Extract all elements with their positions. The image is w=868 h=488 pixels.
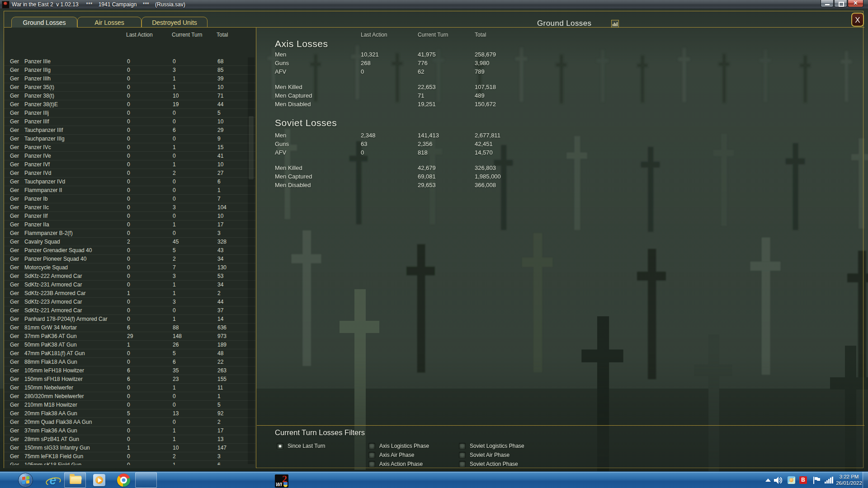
- show-desktop-button[interactable]: [863, 472, 868, 488]
- cell-nat: Ger: [10, 247, 19, 253]
- table-scrollbar[interactable]: [248, 57, 255, 464]
- window-close-button[interactable]: ✕: [848, 0, 863, 7]
- table-row[interactable]: GerTauchpanzer IVd006: [4, 178, 255, 186]
- table-row[interactable]: GerTauchpanzer IIIg009: [4, 135, 255, 143]
- table-row[interactable]: Ger88mm Flak18 AA Gun0622: [4, 358, 255, 366]
- table-row[interactable]: GerPanzer IIIj005: [4, 109, 255, 117]
- table-row[interactable]: GerPanzer IIIh0139: [4, 75, 255, 83]
- table-row[interactable]: GerPanzer IVe0041: [4, 152, 255, 160]
- table-row[interactable]: GerSdKfz-223B Armored Car112: [4, 289, 255, 298]
- summary-cell-ct: 818: [418, 149, 428, 156]
- table-row[interactable]: Ger75mm leFK18 Field Gun023: [4, 452, 255, 461]
- cell-unit: Motorcycle Squad: [24, 264, 68, 271]
- table-row[interactable]: GerPanzer IIIg0385: [4, 66, 255, 75]
- bitdefender-icon[interactable]: B: [799, 476, 807, 484]
- table-row[interactable]: GerPanzer Ib007: [4, 195, 255, 203]
- cell-ct: 148: [173, 333, 182, 339]
- cell-unit: Flammpanzer II: [24, 187, 62, 193]
- table-row[interactable]: GerPanzer 38(t)01071: [4, 92, 255, 100]
- table-row[interactable]: GerPanzer IVc0115: [4, 143, 255, 152]
- table-row[interactable]: Ger28mm sPzB41 AT Gun0113: [4, 435, 255, 444]
- chrome-icon[interactable]: [117, 474, 130, 487]
- media-player-icon[interactable]: [93, 474, 105, 486]
- cell-la: 0: [127, 299, 130, 305]
- table-row[interactable]: GerPanzer 38(t)E01944: [4, 100, 255, 109]
- cell-nat: Ger: [10, 445, 19, 451]
- table-row[interactable]: GerSdKfz-222 Armored Car0353: [4, 272, 255, 281]
- cell-tt: 11: [217, 385, 223, 391]
- cell-tt: 5: [217, 110, 221, 116]
- table-row[interactable]: GerSdKfz-221 Armored Car0037: [4, 306, 255, 315]
- soviet-logistics-phase-checkbox[interactable]: [459, 443, 466, 450]
- table-row[interactable]: Ger20mm Flak38 AA Gun51392: [4, 409, 255, 418]
- table-row[interactable]: Ger210mm M18 Howitzer005: [4, 401, 255, 409]
- restore-icon: [835, 0, 847, 7]
- since-last-turn-checkbox[interactable]: [277, 443, 283, 450]
- table-row[interactable]: GerPanzer IIf0010: [4, 212, 255, 221]
- table-row[interactable]: GerPanzer Pioneer Squad 400234: [4, 255, 255, 263]
- internet-explorer-icon[interactable]: e: [45, 474, 61, 487]
- soviet-air-phase-checkbox[interactable]: [459, 452, 466, 459]
- table-row[interactable]: GerPanzer IIc03104: [4, 203, 255, 212]
- minimize-button[interactable]: [821, 0, 834, 7]
- table-row[interactable]: Ger20mm Quad Flak38 AA Gun002: [4, 418, 255, 427]
- scrollbar-thumb[interactable]: [249, 116, 254, 179]
- table-row[interactable]: GerPanzer IIIf0010: [4, 117, 255, 126]
- cell-tt: 43: [217, 247, 223, 253]
- table-row[interactable]: GerPanzer Grenadier Squad 400543: [4, 246, 255, 255]
- table-row[interactable]: GerFlammpanzer B-2(f)003: [4, 229, 255, 238]
- table-row[interactable]: Ger280/320mm Nebelwerfer001: [4, 392, 255, 401]
- table-row[interactable]: GerCavalry Squad245328: [4, 238, 255, 246]
- taskbar-clock[interactable]: 3:22 PM 26/01/2022: [833, 474, 865, 486]
- table-row[interactable]: Ger105mm sK18 Field Gun016: [4, 461, 255, 465]
- table-row[interactable]: GerFlammpanzer II001: [4, 186, 255, 195]
- table-row[interactable]: Ger47mm PaK181(f) AT Gun0548: [4, 349, 255, 358]
- table-row[interactable]: GerPanzer IVd0227: [4, 169, 255, 178]
- tray-gadget-icon[interactable]: [788, 476, 795, 484]
- cell-unit: 150mm sFH18 Howitzer: [24, 376, 83, 382]
- table-row[interactable]: Ger37mm Flak36 AA Gun0117: [4, 427, 255, 435]
- cell-nat: Ger: [10, 127, 19, 133]
- table-row[interactable]: Ger150mm sIG33 Infantry Gun110147: [4, 444, 255, 452]
- tab-destroyed-units[interactable]: Destroyed Units: [142, 17, 208, 28]
- table-row[interactable]: Ger50mm PaK38 AT Gun126189: [4, 341, 255, 349]
- axis-action-phase-label: Axis Action Phase: [379, 461, 423, 467]
- network-signal-icon[interactable]: [825, 477, 834, 483]
- report-chart-icon[interactable]: [611, 20, 619, 28]
- table-row[interactable]: GerPanzer IIa0117: [4, 221, 255, 229]
- table-row[interactable]: GerSdKfz-223 Armored Car0344: [4, 298, 255, 306]
- table-row[interactable]: GerPanhard 178-P204(f) Armored Car0114: [4, 315, 255, 324]
- table-row[interactable]: Ger105mm leFH18 Howitzer635263: [4, 366, 255, 375]
- cell-nat: Ger: [10, 316, 19, 322]
- windows-explorer-taskbar-button[interactable]: [64, 472, 86, 488]
- wite2-taskbar-button[interactable]: 2WI: [135, 472, 157, 488]
- table-row[interactable]: GerSdKfz-231 Armored Car0134: [4, 281, 255, 289]
- table-row[interactable]: Ger150mm Nebelwerfer0111: [4, 384, 255, 392]
- summary-header-current-turn: Current Turn: [418, 32, 448, 38]
- cell-la: 0: [127, 427, 130, 434]
- cell-la: 0: [127, 136, 130, 142]
- table-row[interactable]: GerPanzer IVf0110: [4, 160, 255, 169]
- soviet-action-phase-checkbox[interactable]: [459, 461, 466, 468]
- cell-la: 1: [127, 445, 130, 451]
- table-row[interactable]: Ger81mm GrW 34 Mortar688636: [4, 324, 255, 332]
- table-row[interactable]: GerPanzer IIIe0068: [4, 57, 255, 66]
- restore-button[interactable]: [834, 0, 847, 7]
- hidden-icons-chevron[interactable]: [765, 479, 771, 482]
- action-center-flag-icon[interactable]: [813, 477, 821, 484]
- table-row[interactable]: Ger150mm sFH18 Howitzer623155: [4, 375, 255, 384]
- table-row[interactable]: GerMotorcycle Squad07130: [4, 263, 255, 272]
- tab-ground-losses[interactable]: Ground Losses: [11, 17, 77, 28]
- cell-nat: Ger: [10, 436, 19, 442]
- table-row[interactable]: GerPanzer 35(t)0110: [4, 83, 255, 92]
- close-button[interactable]: X: [851, 13, 864, 27]
- minimize-icon: [821, 0, 833, 7]
- axis-air-phase-checkbox[interactable]: [368, 452, 375, 459]
- table-row[interactable]: Ger37mm PaK36 AT Gun29148973: [4, 332, 255, 341]
- axis-action-phase-checkbox[interactable]: [368, 461, 375, 468]
- volume-icon[interactable]: [774, 477, 783, 484]
- start-button[interactable]: [18, 473, 33, 488]
- axis-logistics-phase-checkbox[interactable]: [368, 443, 375, 450]
- tab-air-losses[interactable]: Air Losses: [77, 17, 142, 28]
- table-row[interactable]: GerTauchpanzer IIIf0629: [4, 126, 255, 135]
